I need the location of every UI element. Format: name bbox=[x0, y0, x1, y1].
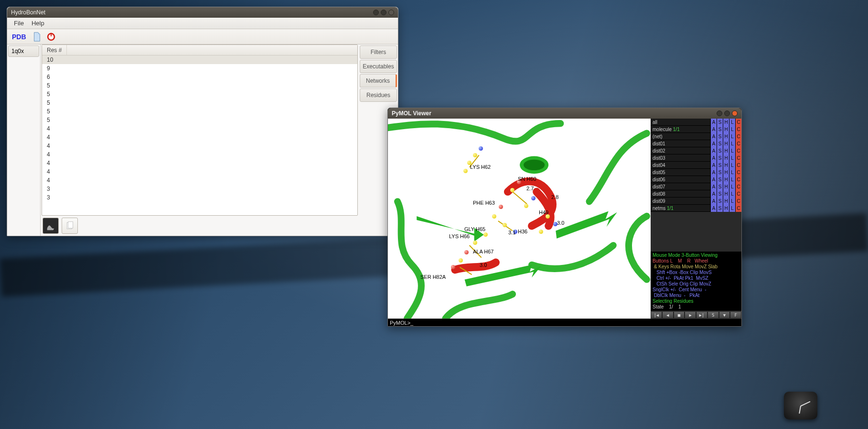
ashlc-a-button[interactable]: A bbox=[710, 190, 717, 198]
pdb-tab[interactable]: 1q0x bbox=[8, 45, 39, 57]
grid-row[interactable]: 5 bbox=[42, 116, 357, 124]
vcr-f-button[interactable]: F bbox=[730, 311, 741, 319]
vcr-stop-button[interactable]: ■ bbox=[674, 311, 685, 319]
document-icon[interactable] bbox=[31, 31, 43, 43]
ashlc-l-button[interactable]: L bbox=[729, 176, 735, 183]
ashlc-s-button[interactable]: S bbox=[717, 126, 723, 133]
view-3d-button[interactable] bbox=[43, 218, 59, 234]
object-name[interactable]: (net) bbox=[651, 134, 710, 139]
ashlc-h-button[interactable]: H bbox=[723, 205, 729, 212]
object-row[interactable]: (net)ASHLC bbox=[651, 133, 741, 140]
vcr-step-fwd-button[interactable]: ▶| bbox=[696, 311, 707, 319]
ashlc-a-button[interactable]: A bbox=[710, 162, 717, 169]
grid-row[interactable]: 10 bbox=[42, 55, 357, 64]
ashlc-l-button[interactable]: L bbox=[729, 140, 735, 147]
object-row[interactable]: dist07ASHLC bbox=[651, 183, 741, 190]
ashlc-h-button[interactable]: H bbox=[723, 147, 729, 154]
ashlc-s-button[interactable]: S bbox=[717, 183, 723, 190]
ashlc-c-button[interactable]: C bbox=[735, 198, 741, 205]
vcr-step-back-button[interactable]: ◀ bbox=[662, 311, 674, 319]
object-row[interactable]: dist05ASHLC bbox=[651, 169, 741, 176]
right-tab-executables[interactable]: Executables bbox=[360, 60, 397, 73]
ashlc-a-button[interactable]: A bbox=[710, 183, 717, 190]
menu-help[interactable]: Help bbox=[28, 19, 48, 28]
ashlc-c-button[interactable]: C bbox=[735, 140, 741, 147]
ashlc-s-button[interactable]: S bbox=[717, 140, 723, 147]
ashlc-h-button[interactable]: H bbox=[723, 133, 729, 140]
grid-row[interactable]: 4 bbox=[42, 167, 357, 176]
vcr-play-button[interactable]: ▶ bbox=[685, 311, 696, 319]
grid-row[interactable]: 3 bbox=[42, 185, 357, 193]
ashlc-a-button[interactable]: A bbox=[710, 140, 717, 147]
ashlc-h-button[interactable]: H bbox=[723, 154, 729, 162]
ashlc-s-button[interactable]: S bbox=[717, 119, 723, 126]
document-stack-button[interactable] bbox=[62, 218, 78, 234]
residue-grid[interactable]: Res # 109655555444444433 bbox=[42, 44, 358, 216]
ashlc-l-button[interactable]: L bbox=[729, 169, 735, 176]
ashlc-h-button[interactable]: H bbox=[723, 176, 729, 183]
close-button[interactable] bbox=[388, 10, 394, 15]
grid-row[interactable]: 4 bbox=[42, 150, 357, 159]
ashlc-l-button[interactable]: L bbox=[729, 190, 735, 198]
ashlc-a-button[interactable]: A bbox=[710, 198, 717, 205]
ashlc-l-button[interactable]: L bbox=[729, 162, 735, 169]
object-list[interactable]: allASHLCmolecule 1/1ASHLC(net)ASHLCdist0… bbox=[651, 119, 741, 212]
object-name[interactable]: dist05 bbox=[651, 170, 710, 175]
ashlc-a-button[interactable]: A bbox=[710, 147, 717, 154]
object-name[interactable]: netms 1/1 bbox=[651, 206, 710, 211]
ashlc-s-button[interactable]: S bbox=[717, 190, 723, 198]
object-row[interactable]: dist04ASHLC bbox=[651, 162, 741, 169]
ashlc-l-button[interactable]: L bbox=[729, 183, 735, 190]
ashlc-l-button[interactable]: L bbox=[729, 119, 735, 126]
vcr-s-button[interactable]: S bbox=[707, 311, 719, 319]
ashlc-c-button[interactable]: C bbox=[735, 176, 741, 183]
object-name[interactable]: molecule 1/1 bbox=[651, 127, 710, 132]
ashlc-c-button[interactable]: C bbox=[735, 190, 741, 198]
maximize-button[interactable] bbox=[381, 10, 386, 15]
object-name[interactable]: dist08 bbox=[651, 191, 710, 197]
grid-row[interactable]: 6 bbox=[42, 73, 357, 81]
grid-row[interactable]: 5 bbox=[42, 99, 357, 107]
ashlc-c-button[interactable]: C bbox=[735, 154, 741, 162]
ashlc-s-button[interactable]: S bbox=[717, 162, 723, 169]
ashlc-c-button[interactable]: C bbox=[735, 147, 741, 154]
grid-row[interactable]: 9 bbox=[42, 64, 357, 73]
grid-header[interactable]: Res # bbox=[42, 45, 357, 55]
ashlc-c-button[interactable]: C bbox=[735, 183, 741, 190]
ashlc-s-button[interactable]: S bbox=[717, 198, 723, 205]
ashlc-a-button[interactable]: A bbox=[710, 205, 717, 212]
grid-row[interactable]: 4 bbox=[42, 133, 357, 142]
ashlc-h-button[interactable]: H bbox=[723, 126, 729, 133]
minimize-button[interactable] bbox=[373, 10, 379, 15]
object-name[interactable]: dist03 bbox=[651, 155, 710, 161]
grid-row[interactable]: 3 bbox=[42, 193, 357, 202]
vcr-menu-button[interactable]: ▼ bbox=[719, 311, 730, 319]
object-row[interactable]: dist01ASHLC bbox=[651, 140, 741, 147]
pymol-titlebar[interactable]: PyMOL Viewer bbox=[388, 108, 741, 119]
power-icon[interactable] bbox=[45, 31, 57, 43]
grid-row[interactable]: 5 bbox=[42, 107, 357, 116]
ashlc-a-button[interactable]: A bbox=[710, 119, 717, 126]
ashlc-s-button[interactable]: S bbox=[717, 154, 723, 162]
ashlc-l-button[interactable]: L bbox=[729, 133, 735, 140]
object-row[interactable]: dist03ASHLC bbox=[651, 154, 741, 162]
ashlc-s-button[interactable]: S bbox=[717, 133, 723, 140]
ashlc-s-button[interactable]: S bbox=[717, 176, 723, 183]
ashlc-h-button[interactable]: H bbox=[723, 140, 729, 147]
vcr-rewind-button[interactable]: |◀ bbox=[651, 311, 662, 319]
object-name[interactable]: dist06 bbox=[651, 177, 710, 182]
ashlc-c-button[interactable]: C bbox=[735, 169, 741, 176]
object-row[interactable]: allASHLC bbox=[651, 119, 741, 126]
pymol-command-line[interactable]: PyMOL>_ bbox=[388, 319, 741, 326]
object-row[interactable]: dist06ASHLC bbox=[651, 176, 741, 183]
object-name[interactable]: dist09 bbox=[651, 198, 710, 204]
right-tab-networks[interactable]: Networks bbox=[360, 74, 397, 88]
object-name[interactable]: dist04 bbox=[651, 163, 710, 168]
ashlc-c-button[interactable]: C bbox=[735, 133, 741, 140]
grid-row[interactable]: 4 bbox=[42, 124, 357, 133]
ashlc-a-button[interactable]: A bbox=[710, 154, 717, 162]
ashlc-a-button[interactable]: A bbox=[710, 133, 717, 140]
right-tab-residues[interactable]: Residues bbox=[360, 88, 397, 102]
grid-row[interactable]: 5 bbox=[42, 81, 357, 90]
object-name[interactable]: dist02 bbox=[651, 148, 710, 154]
